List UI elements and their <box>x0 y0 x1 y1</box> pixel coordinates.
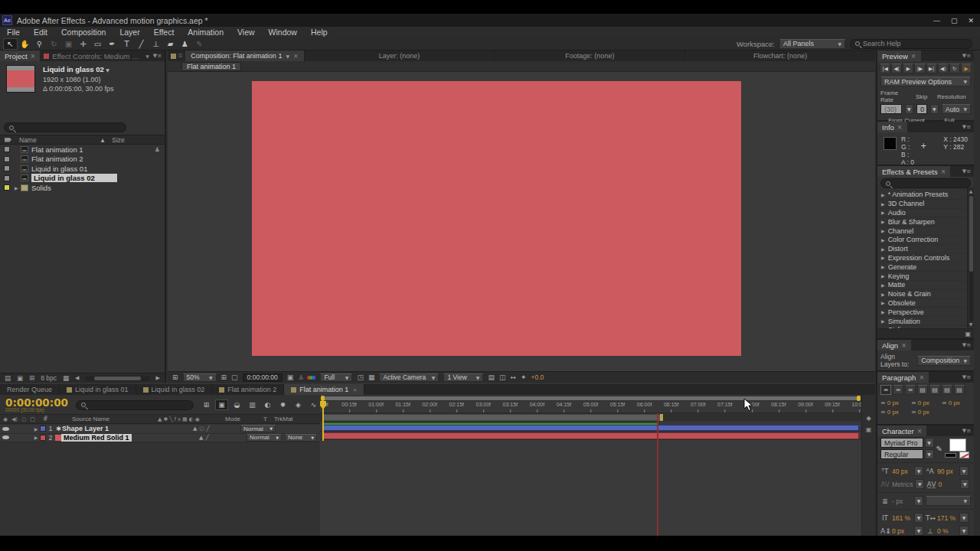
skip-value[interactable]: 0 <box>916 104 927 114</box>
resolution-dropdown[interactable]: Full▼ <box>320 373 352 382</box>
no-stroke-swatch[interactable] <box>959 452 969 458</box>
camera-dropdown[interactable]: Active Camera▼ <box>379 373 439 382</box>
view-layout-dropdown[interactable]: 1 View▼ <box>443 373 483 382</box>
snapshot-icon[interactable]: ▣ <box>287 373 294 381</box>
horizontal-scrollbar[interactable] <box>85 376 149 381</box>
menu-item[interactable]: Layer <box>113 28 146 37</box>
twirl-icon[interactable]: ▶ <box>881 255 885 260</box>
tab-character[interactable]: Character× <box>877 425 926 436</box>
help-search-input[interactable] <box>863 40 967 47</box>
pixel-aspect-icon[interactable]: ◫ <box>499 373 506 381</box>
paragraph-indent-field[interactable]: ≡ 0 px <box>942 399 971 406</box>
current-time-indicator[interactable] <box>322 401 324 441</box>
effect-category-row[interactable]: ▶ Channel <box>877 227 967 236</box>
panel-menu-icon[interactable]: ▼≡ <box>962 372 974 383</box>
label-column-icon[interactable] <box>5 138 11 142</box>
motion-blur-icon[interactable]: ◐ <box>261 399 274 410</box>
audio-button[interactable]: ◀⟩ <box>938 64 949 73</box>
stroke-color-swatch[interactable] <box>945 453 956 458</box>
tab-preview[interactable]: Preview× <box>877 51 921 61</box>
tracking-value[interactable]: 0 <box>938 481 958 488</box>
font-family-dropdown[interactable]: ▼ <box>925 438 934 448</box>
font-size-dropdown[interactable]: ▼ <box>914 466 923 476</box>
shape-layer-duration-bar[interactable] <box>322 425 859 431</box>
brush-tool-icon[interactable]: ╱ <box>134 38 149 50</box>
kerning-dropdown[interactable]: ▼ <box>915 479 924 489</box>
twirl-icon[interactable]: ▶ <box>32 426 40 432</box>
font-style-field[interactable]: Regular <box>880 449 923 459</box>
tab-effects-presets[interactable]: Effects & Presets× <box>877 166 950 177</box>
hand-tool-icon[interactable]: ✋ <box>18 38 32 50</box>
justify-last-left-button[interactable]: ▤ <box>917 385 928 395</box>
align-layers-dropdown[interactable]: Composition▼ <box>917 356 971 366</box>
leading-dropdown[interactable]: ▼ <box>959 466 969 476</box>
panel-menu-icon[interactable]: ▼≡ <box>962 122 974 132</box>
effect-category-row[interactable]: ▶ Color Correction <box>877 236 967 245</box>
transparency-grid-icon[interactable]: ▦ <box>368 373 375 381</box>
leading-value[interactable]: 90 px <box>937 468 957 475</box>
project-search-input[interactable] <box>17 124 121 132</box>
effect-category-row[interactable]: ▶ Obsolete <box>877 299 967 308</box>
project-item-label[interactable]: Liquid in glass 02 <box>31 174 117 182</box>
shield-icon[interactable]: ◆ <box>866 415 871 422</box>
paragraph-indent-field[interactable]: ≡ 0 px <box>880 409 910 416</box>
twirl-icon[interactable]: ▶ <box>15 185 21 191</box>
scroll-up-arrow[interactable]: ▲ <box>969 188 973 194</box>
label-color-box[interactable] <box>4 146 10 152</box>
justify-all-button[interactable]: ▤ <box>954 385 965 395</box>
safe-margins-icon[interactable]: ▢ <box>231 373 238 381</box>
show-snapshot-icon[interactable]: ♟ <box>298 373 304 381</box>
tracking-dropdown[interactable]: ▼ <box>960 479 969 489</box>
layer-label-color[interactable] <box>40 425 46 432</box>
time-navigator-bar[interactable] <box>322 396 859 400</box>
ram-preview-button[interactable]: ▶ <box>961 64 972 73</box>
panel-menu-icon[interactable]: ▼≡ <box>962 166 974 177</box>
baseline-shift-dropdown[interactable]: ▼ <box>914 526 923 536</box>
font-style-dropdown[interactable]: ▼ <box>925 449 934 459</box>
show-channel-icon[interactable] <box>309 376 315 380</box>
stroke-width-value[interactable]: - px <box>892 497 912 505</box>
frame-rate-value[interactable]: (30) <box>880 104 902 114</box>
fill-color-swatch[interactable] <box>949 439 966 452</box>
clone-stamp-tool-icon[interactable]: ⊥ <box>149 38 163 50</box>
stroke-style-dropdown[interactable]: ▼ <box>926 496 971 506</box>
eye-icon[interactable] <box>2 427 9 431</box>
fast-previews-icon[interactable]: ↔ <box>510 373 516 381</box>
paragraph-indent-field[interactable]: ≡ 0 px <box>911 399 940 406</box>
auto-keyframe-icon[interactable]: ◈ <box>292 399 305 410</box>
magnification-dropdown[interactable]: 50%▼ <box>183 373 217 382</box>
loop-button[interactable]: ↻ <box>949 64 960 73</box>
justify-last-right-button[interactable]: ▤ <box>942 385 952 395</box>
grid-guides-icon[interactable]: ⊞ <box>172 373 178 381</box>
panel-menu-icon[interactable]: ▼≡ <box>962 51 974 61</box>
project-item-row[interactable]: ▶ Solids <box>0 183 165 193</box>
composition-mini-flowchart-icon[interactable]: ⊞ <box>200 399 213 410</box>
new-animation-preset-icon[interactable]: ▣ <box>965 331 971 337</box>
new-composition-icon[interactable]: ⊞ <box>29 374 34 382</box>
graph-editor-icon[interactable]: ∿ <box>307 399 320 410</box>
menu-item[interactable]: Help <box>304 28 335 37</box>
minimize-button[interactable]: — <box>933 17 940 24</box>
twirl-icon[interactable]: ▶ <box>881 210 885 215</box>
justify-last-center-button[interactable]: ▤ <box>929 385 940 395</box>
interpret-footage-icon[interactable]: ▤ <box>5 374 11 382</box>
camera-tool-icon[interactable]: ▣ <box>61 38 76 50</box>
effect-category-row[interactable]: ▶ Blur & Sharpen <box>877 217 967 227</box>
maximize-button[interactable]: ▢ <box>951 17 958 24</box>
timeline-tab[interactable]: Flat animation 1 <box>284 384 364 395</box>
frame-blending-icon[interactable]: ▥ <box>246 399 259 410</box>
blend-mode-dropdown[interactable]: Normal▼ <box>240 425 276 432</box>
solid-layer-duration-bar[interactable] <box>322 432 859 439</box>
layer-name[interactable]: Shape Layer 1 <box>62 425 109 432</box>
lock-icon[interactable]: ⚿ <box>178 53 182 59</box>
exposure-value[interactable]: +0.0 <box>531 373 544 381</box>
name-column-header[interactable]: Name <box>19 136 37 144</box>
timeline-tab[interactable]: Liquid in glass 01 <box>60 384 136 395</box>
effects-search-input[interactable] <box>893 180 965 187</box>
timeline-tab[interactable]: Render Queue <box>0 384 60 395</box>
panel-menu-icon[interactable]: ▼≡ <box>962 425 974 436</box>
baseline-shift-value[interactable]: 0 px <box>892 527 912 535</box>
work-area-bar[interactable] <box>322 414 663 421</box>
camera-icon[interactable]: ▣ <box>866 426 872 433</box>
layer-row-1[interactable]: ▶ 1 ✱ Shape Layer 1 ▲○╱ Normal▼ <box>0 425 320 434</box>
